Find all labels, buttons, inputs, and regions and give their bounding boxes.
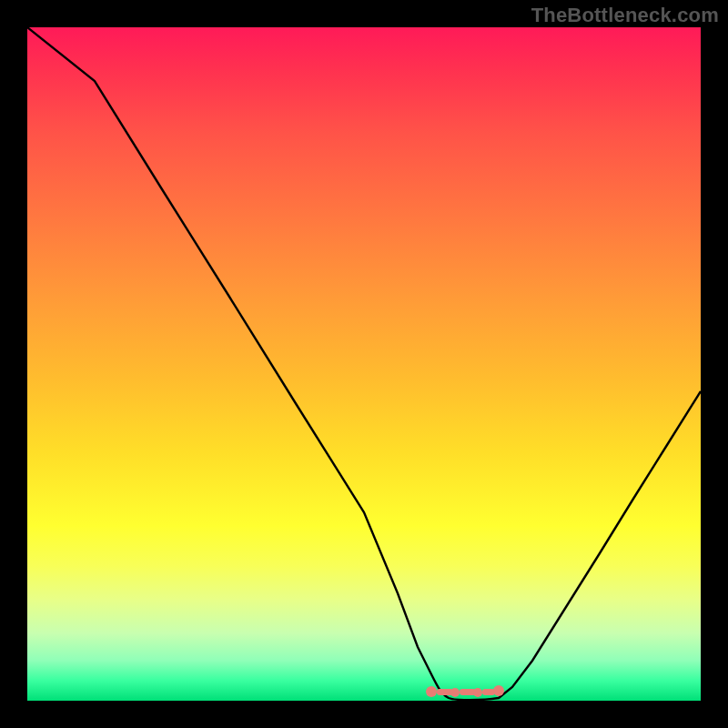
svg-point-4 <box>473 688 482 697</box>
svg-point-6 <box>493 685 504 696</box>
svg-point-0 <box>426 686 437 697</box>
svg-point-2 <box>450 688 460 697</box>
bottleneck-curve <box>27 27 701 700</box>
chart-frame: TheBottleneck.com <box>0 0 728 728</box>
svg-rect-5 <box>482 689 495 695</box>
curve-layer <box>27 27 701 701</box>
plot-area <box>27 27 701 701</box>
watermark-text: TheBottleneck.com <box>531 4 719 27</box>
